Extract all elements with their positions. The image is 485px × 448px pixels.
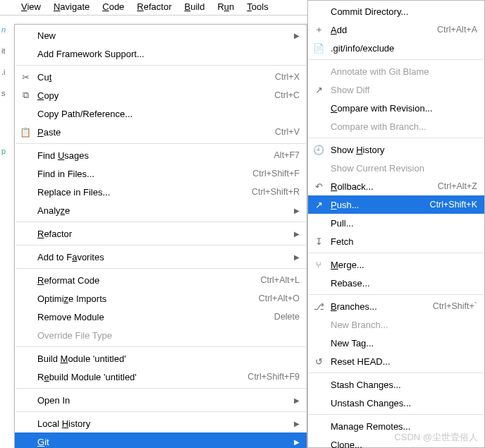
menu-item[interactable]: Stash Changes... bbox=[308, 375, 484, 394]
separator bbox=[309, 138, 484, 138]
menu-item[interactable]: ⑂Merge... bbox=[308, 255, 484, 274]
menu-item[interactable]: ↧Fetch bbox=[308, 232, 484, 250]
shortcut: Ctrl+Alt+L bbox=[260, 275, 300, 285]
menubar-item[interactable]: Refactor bbox=[137, 1, 171, 12]
menu-item[interactable]: Compare with Revision... bbox=[308, 99, 484, 117]
menu-item[interactable]: Unstash Changes... bbox=[308, 394, 484, 412]
blank-icon bbox=[19, 417, 32, 430]
menu-item-label: Merge... bbox=[331, 260, 477, 270]
plus-icon: ＋ bbox=[312, 23, 325, 36]
menu-item: Annotate with Git Blame bbox=[308, 62, 484, 80]
menu-item-label: Paste bbox=[37, 127, 264, 138]
menu-item[interactable]: Local History▶ bbox=[15, 414, 307, 432]
menu-item[interactable]: ⧉CopyCtrl+C bbox=[15, 86, 307, 104]
menu-item[interactable]: ✂CutCtrl+X bbox=[15, 68, 307, 86]
menu-item[interactable]: New Tag... bbox=[308, 334, 484, 352]
menu-item[interactable]: Refactor▶ bbox=[15, 224, 307, 243]
menu-item[interactable]: 🕘Show History bbox=[308, 140, 484, 159]
menu-item-label: Stash Changes... bbox=[331, 380, 477, 390]
blank-icon bbox=[312, 337, 325, 349]
menu-item[interactable]: ↺Reset HEAD... bbox=[308, 352, 484, 370]
blank-icon bbox=[19, 292, 32, 305]
menu-item-label: Optimize Imports bbox=[37, 293, 247, 304]
menu-item-label: Copy bbox=[37, 90, 263, 101]
menu-item-label: Reformat Code bbox=[37, 275, 249, 286]
separator bbox=[309, 294, 484, 295]
blank-icon bbox=[19, 149, 32, 162]
menu-item[interactable]: New▶ bbox=[15, 26, 307, 44]
reset-icon: ↺ bbox=[312, 355, 325, 368]
menu-item-label: Show Current Revision bbox=[331, 163, 477, 174]
menu-item[interactable]: Build Module 'untitled' bbox=[15, 349, 307, 368]
menu-item[interactable]: Optimize ImportsCtrl+Alt+O bbox=[15, 289, 307, 308]
menu-item-label: Find Usages bbox=[37, 150, 263, 161]
menu-item[interactable]: ＋AddCtrl+Alt+A bbox=[308, 20, 484, 39]
menu-item[interactable]: ↗Push...Ctrl+Shift+K bbox=[308, 195, 484, 214]
menubar-item[interactable]: Build bbox=[185, 1, 205, 12]
menu-item[interactable]: Commit Directory... bbox=[308, 2, 484, 20]
separator bbox=[16, 411, 306, 412]
menu-item[interactable]: Clone... bbox=[308, 435, 484, 448]
menu-item[interactable]: Pull... bbox=[308, 214, 484, 232]
menu-item[interactable]: Rebase... bbox=[308, 274, 484, 292]
menu-item[interactable]: Rebuild Module 'untitled'Ctrl+Shift+F9 bbox=[15, 368, 307, 386]
menu-item-label: Refactor bbox=[37, 229, 293, 239]
menu-item[interactable]: Git▶ bbox=[15, 432, 307, 448]
blank-icon bbox=[19, 435, 32, 448]
menu-item-label: Rebase... bbox=[331, 278, 477, 289]
menu-item-label: Add bbox=[331, 25, 426, 35]
menu-item[interactable]: Open In▶ bbox=[15, 391, 307, 409]
menu-item[interactable]: Remove ModuleDelete bbox=[15, 308, 307, 326]
menu-item[interactable]: 📋PasteCtrl+V bbox=[15, 123, 307, 141]
menubar-item[interactable]: Code bbox=[102, 1, 124, 12]
separator bbox=[16, 346, 306, 347]
menu-item[interactable]: Manage Remotes... bbox=[308, 417, 484, 435]
menu-item-label: Rollback... bbox=[331, 181, 426, 192]
submenu-arrow-icon: ▶ bbox=[293, 253, 300, 261]
menu-item[interactable]: Analyze▶ bbox=[15, 201, 307, 219]
push-icon: ↗ bbox=[312, 198, 325, 211]
menu-item: Compare with Branch... bbox=[308, 117, 484, 135]
menu-item-label: .git/info/exclude bbox=[331, 43, 477, 54]
menu-item: ↗Show Diff bbox=[308, 80, 484, 99]
menu-item: Override File Type bbox=[15, 326, 307, 344]
menu-item[interactable]: ⎇Branches...Ctrl+Shift+` bbox=[308, 297, 484, 315]
menu-item[interactable]: Copy Path/Reference... bbox=[15, 104, 307, 123]
menubar-item[interactable]: Navigate bbox=[54, 1, 90, 12]
blank-icon bbox=[312, 318, 325, 331]
menu-item[interactable]: 📄.git/info/exclude bbox=[308, 39, 484, 57]
menu-item[interactable]: Find in Files...Ctrl+Shift+F bbox=[15, 164, 307, 183]
submenu-arrow-icon: ▶ bbox=[293, 207, 300, 214]
menu-item[interactable]: Replace in Files...Ctrl+Shift+R bbox=[15, 183, 307, 201]
blank-icon bbox=[19, 107, 32, 120]
menu-item-label: New Tag... bbox=[331, 338, 477, 349]
blank-icon bbox=[19, 186, 32, 198]
submenu-arrow-icon: ▶ bbox=[293, 230, 300, 238]
menu-item-label: Remove Module bbox=[37, 312, 263, 322]
menu-item[interactable]: Find UsagesAlt+F7 bbox=[15, 146, 307, 164]
separator bbox=[16, 222, 306, 222]
rollback-icon: ↶ bbox=[312, 180, 325, 193]
shortcut: Ctrl+V bbox=[275, 127, 300, 137]
menu-item-label: Compare with Revision... bbox=[331, 103, 477, 114]
blank-icon bbox=[312, 438, 325, 448]
menubar-item[interactable]: Run bbox=[217, 1, 234, 12]
menu-item[interactable]: Add Framework Support... bbox=[15, 44, 307, 63]
menu-item[interactable]: Reformat CodeCtrl+Alt+L bbox=[15, 271, 307, 289]
shortcut: Ctrl+X bbox=[275, 72, 300, 82]
menu-item-label: Copy Path/Reference... bbox=[37, 109, 300, 119]
menu-item: Show Current Revision bbox=[308, 159, 484, 177]
paste-icon: 📋 bbox=[19, 126, 32, 138]
menu-item-label: Override File Type bbox=[37, 330, 300, 341]
menu-item[interactable]: Add to Favorites▶ bbox=[15, 248, 307, 266]
menu-item-label: Rebuild Module 'untitled' bbox=[37, 372, 236, 382]
menubar-item[interactable]: View bbox=[21, 1, 41, 12]
menu-item-label: Compare with Branch... bbox=[331, 121, 477, 132]
submenu-arrow-icon: ▶ bbox=[293, 420, 300, 428]
menubar-item[interactable]: Tools bbox=[247, 1, 268, 12]
menu-item-label: New bbox=[37, 30, 293, 41]
menu-item[interactable]: ↶Rollback...Ctrl+Alt+Z bbox=[308, 177, 484, 195]
shortcut: Ctrl+Shift+R bbox=[252, 187, 300, 197]
merge-icon: ⑂ bbox=[312, 258, 325, 271]
blank-icon bbox=[19, 274, 32, 286]
